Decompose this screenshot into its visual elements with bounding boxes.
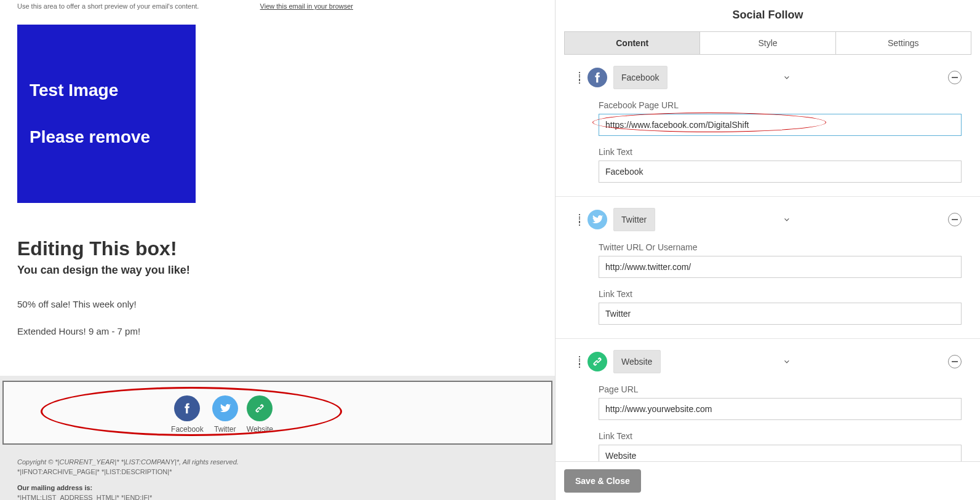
drag-handle-icon[interactable]: ⋮⋮ bbox=[574, 217, 581, 222]
body-line1[interactable]: 50% off sale! This week only! bbox=[17, 296, 538, 312]
url-input[interactable] bbox=[599, 114, 962, 136]
social-label: Facebook bbox=[171, 425, 204, 434]
email-preview-panel: Use this area to offer a short preview o… bbox=[0, 0, 556, 500]
footer-addr: *|HTML:LIST_ADDRESS_HTML|* *|END:IF|* bbox=[17, 494, 538, 500]
url-label: Page URL bbox=[599, 384, 962, 394]
network-block-twitter: ⋮⋮TwitterTwitter URL Or UsernameLink Tex… bbox=[556, 197, 980, 339]
twitter-icon bbox=[588, 210, 607, 229]
social-item-website[interactable]: Website bbox=[247, 395, 273, 434]
email-footer: Copyright © *|CURRENT_YEAR|* *|LIST:COMP… bbox=[0, 450, 555, 500]
link-text-label: Link Text bbox=[599, 147, 962, 157]
link-text-label: Link Text bbox=[599, 289, 962, 299]
footer-copyright: Copyright © *|CURRENT_YEAR|* *|LIST:COMP… bbox=[17, 458, 239, 466]
url-input[interactable] bbox=[599, 256, 962, 278]
image-line1: Test Image bbox=[30, 79, 183, 101]
link-icon bbox=[588, 352, 607, 371]
social-label: Website bbox=[247, 425, 273, 434]
network-type-select[interactable]: Facebook bbox=[613, 66, 667, 89]
link-text-label: Link Text bbox=[599, 431, 962, 441]
subheading[interactable]: You can design the way you like! bbox=[17, 264, 538, 277]
view-in-browser-link[interactable]: View this email in your browser bbox=[260, 2, 353, 10]
link-text-input[interactable] bbox=[599, 445, 962, 461]
placeholder-image[interactable]: Test Image Please remove bbox=[17, 25, 196, 203]
body-line2[interactable]: Extended Hours! 9 am - 7 pm! bbox=[17, 323, 538, 339]
editor-tabs: Content Style Settings bbox=[564, 31, 971, 55]
link-text-input[interactable] bbox=[599, 303, 962, 325]
facebook-icon bbox=[588, 68, 607, 87]
footer-desc: *|IFNOT:ARCHIVE_PAGE|* *|LIST:DESCRIPTIO… bbox=[17, 468, 538, 475]
url-label: Facebook Page URL bbox=[599, 100, 962, 110]
drag-handle-icon[interactable]: ⋮⋮ bbox=[574, 359, 581, 364]
url-label: Twitter URL Or Username bbox=[599, 242, 962, 252]
social-item-facebook[interactable]: Facebook bbox=[171, 395, 204, 434]
collapse-button[interactable] bbox=[948, 355, 962, 368]
tab-content[interactable]: Content bbox=[565, 32, 699, 54]
social-follow-block[interactable]: Facebook Twitter Website bbox=[2, 381, 552, 445]
network-block-website: ⋮⋮WebsitePage URLLink Text bbox=[556, 339, 980, 461]
image-line2: Please remove bbox=[30, 126, 183, 148]
collapse-button[interactable] bbox=[948, 71, 962, 84]
network-block-facebook: ⋮⋮FacebookFacebook Page URLLink Text bbox=[556, 55, 980, 197]
main-heading[interactable]: Editing This box! bbox=[17, 237, 538, 260]
url-input[interactable] bbox=[599, 398, 962, 420]
collapse-button[interactable] bbox=[948, 213, 962, 226]
editor-title: Social Follow bbox=[556, 9, 980, 22]
footer-addr-label: Our mailing address is: bbox=[17, 484, 538, 491]
twitter-icon bbox=[212, 395, 238, 421]
tab-settings[interactable]: Settings bbox=[835, 32, 971, 54]
teaser-text: Use this area to offer a short preview o… bbox=[17, 2, 199, 10]
save-close-button[interactable]: Save & Close bbox=[564, 469, 641, 493]
social-item-twitter[interactable]: Twitter bbox=[212, 395, 238, 434]
editor-panel: Social Follow Content Style Settings ⋮⋮F… bbox=[556, 0, 980, 500]
link-text-input[interactable] bbox=[599, 161, 962, 183]
tab-style[interactable]: Style bbox=[699, 32, 835, 54]
link-icon bbox=[247, 395, 273, 421]
network-type-select[interactable]: Twitter bbox=[613, 208, 655, 231]
facebook-icon bbox=[174, 395, 200, 421]
social-label: Twitter bbox=[214, 425, 236, 434]
network-type-select[interactable]: Website bbox=[613, 350, 661, 373]
drag-handle-icon[interactable]: ⋮⋮ bbox=[574, 75, 581, 80]
